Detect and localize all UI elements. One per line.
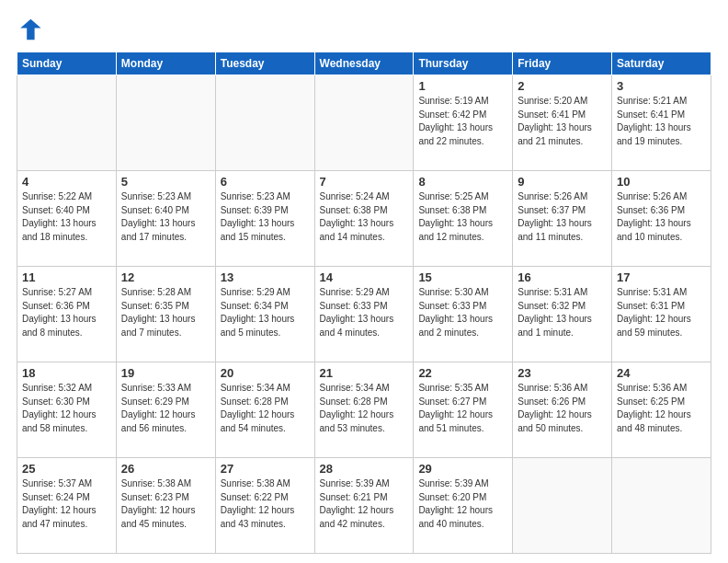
calendar: SundayMondayTuesdayWednesdayThursdayFrid… (17, 52, 711, 554)
calendar-cell: 27Sunrise: 5:38 AM Sunset: 6:22 PM Dayli… (215, 458, 314, 554)
calendar-cell (215, 75, 314, 171)
calendar-header-friday: Friday (513, 52, 612, 75)
calendar-cell: 1Sunrise: 5:19 AM Sunset: 6:42 PM Daylig… (414, 75, 513, 171)
calendar-header-row: SundayMondayTuesdayWednesdayThursdayFrid… (17, 52, 711, 75)
day-number: 20 (221, 366, 310, 380)
day-info: Sunrise: 5:39 AM Sunset: 6:21 PM Dayligh… (320, 477, 409, 531)
calendar-cell (116, 75, 215, 171)
calendar-cell: 23Sunrise: 5:36 AM Sunset: 6:26 PM Dayli… (513, 362, 612, 458)
calendar-cell: 6Sunrise: 5:23 AM Sunset: 6:39 PM Daylig… (215, 171, 314, 267)
day-number: 15 (418, 270, 507, 284)
day-number: 27 (221, 462, 310, 476)
day-info: Sunrise: 5:20 AM Sunset: 6:41 PM Dayligh… (518, 95, 607, 148)
logo (17, 17, 46, 42)
day-number: 19 (121, 366, 210, 380)
day-info: Sunrise: 5:35 AM Sunset: 6:27 PM Dayligh… (418, 382, 507, 435)
day-number: 22 (418, 366, 507, 380)
day-info: Sunrise: 5:38 AM Sunset: 6:22 PM Dayligh… (221, 477, 310, 531)
calendar-cell: 15Sunrise: 5:30 AM Sunset: 6:33 PM Dayli… (414, 267, 513, 362)
day-info: Sunrise: 5:32 AM Sunset: 6:30 PM Dayligh… (22, 382, 111, 435)
calendar-cell: 7Sunrise: 5:24 AM Sunset: 6:38 PM Daylig… (314, 171, 414, 267)
calendar-cell (612, 458, 711, 554)
calendar-cell: 3Sunrise: 5:21 AM Sunset: 6:41 PM Daylig… (612, 75, 711, 171)
calendar-cell: 26Sunrise: 5:38 AM Sunset: 6:23 PM Dayli… (116, 458, 215, 554)
day-info: Sunrise: 5:34 AM Sunset: 6:28 PM Dayligh… (320, 382, 409, 435)
calendar-cell: 16Sunrise: 5:31 AM Sunset: 6:32 PM Dayli… (513, 267, 612, 362)
day-number: 3 (617, 79, 706, 93)
day-info: Sunrise: 5:21 AM Sunset: 6:41 PM Dayligh… (617, 95, 706, 148)
calendar-cell: 18Sunrise: 5:32 AM Sunset: 6:30 PM Dayli… (17, 362, 117, 458)
day-info: Sunrise: 5:36 AM Sunset: 6:25 PM Dayligh… (617, 382, 706, 435)
calendar-cell: 5Sunrise: 5:23 AM Sunset: 6:40 PM Daylig… (116, 171, 215, 267)
day-number: 14 (320, 270, 409, 284)
calendar-week-4: 18Sunrise: 5:32 AM Sunset: 6:30 PM Dayli… (17, 362, 711, 458)
day-number: 17 (617, 270, 706, 284)
calendar-week-5: 25Sunrise: 5:37 AM Sunset: 6:24 PM Dayli… (17, 458, 711, 554)
calendar-cell (513, 458, 612, 554)
svg-marker-0 (20, 19, 40, 40)
day-number: 16 (518, 270, 607, 284)
calendar-cell: 9Sunrise: 5:26 AM Sunset: 6:37 PM Daylig… (513, 171, 612, 267)
calendar-cell: 28Sunrise: 5:39 AM Sunset: 6:21 PM Dayli… (314, 458, 414, 554)
day-number: 6 (221, 175, 310, 189)
day-info: Sunrise: 5:25 AM Sunset: 6:38 PM Dayligh… (418, 190, 507, 244)
calendar-week-2: 4Sunrise: 5:22 AM Sunset: 6:40 PM Daylig… (17, 171, 711, 267)
calendar-header-monday: Monday (116, 52, 215, 75)
day-number: 8 (418, 175, 507, 189)
calendar-cell: 22Sunrise: 5:35 AM Sunset: 6:27 PM Dayli… (414, 362, 513, 458)
day-number: 26 (121, 462, 210, 476)
day-info: Sunrise: 5:24 AM Sunset: 6:38 PM Dayligh… (320, 190, 409, 244)
day-info: Sunrise: 5:39 AM Sunset: 6:20 PM Dayligh… (418, 477, 507, 531)
calendar-cell: 20Sunrise: 5:34 AM Sunset: 6:28 PM Dayli… (215, 362, 314, 458)
calendar-cell: 29Sunrise: 5:39 AM Sunset: 6:20 PM Dayli… (414, 458, 513, 554)
day-info: Sunrise: 5:29 AM Sunset: 6:33 PM Dayligh… (320, 286, 409, 339)
calendar-cell: 17Sunrise: 5:31 AM Sunset: 6:31 PM Dayli… (612, 267, 711, 362)
calendar-cell: 4Sunrise: 5:22 AM Sunset: 6:40 PM Daylig… (17, 171, 117, 267)
day-info: Sunrise: 5:31 AM Sunset: 6:31 PM Dayligh… (617, 286, 706, 339)
day-number: 4 (22, 175, 111, 189)
day-number: 5 (121, 175, 210, 189)
calendar-cell: 10Sunrise: 5:26 AM Sunset: 6:36 PM Dayli… (612, 171, 711, 267)
day-number: 11 (22, 270, 111, 284)
calendar-cell: 11Sunrise: 5:27 AM Sunset: 6:36 PM Dayli… (17, 267, 117, 362)
calendar-header-tuesday: Tuesday (215, 52, 314, 75)
calendar-cell: 2Sunrise: 5:20 AM Sunset: 6:41 PM Daylig… (513, 75, 612, 171)
day-info: Sunrise: 5:19 AM Sunset: 6:42 PM Dayligh… (418, 95, 507, 148)
calendar-week-1: 1Sunrise: 5:19 AM Sunset: 6:42 PM Daylig… (17, 75, 711, 171)
day-number: 28 (320, 462, 409, 476)
page: SundayMondayTuesdayWednesdayThursdayFrid… (0, 0, 728, 563)
day-info: Sunrise: 5:22 AM Sunset: 6:40 PM Dayligh… (22, 190, 111, 244)
calendar-cell: 24Sunrise: 5:36 AM Sunset: 6:25 PM Dayli… (612, 362, 711, 458)
day-info: Sunrise: 5:33 AM Sunset: 6:29 PM Dayligh… (121, 382, 210, 435)
day-info: Sunrise: 5:23 AM Sunset: 6:39 PM Dayligh… (221, 190, 310, 244)
day-info: Sunrise: 5:29 AM Sunset: 6:34 PM Dayligh… (221, 286, 310, 339)
calendar-cell (314, 75, 414, 171)
day-number: 12 (121, 270, 210, 284)
day-info: Sunrise: 5:37 AM Sunset: 6:24 PM Dayligh… (22, 477, 111, 531)
day-info: Sunrise: 5:27 AM Sunset: 6:36 PM Dayligh… (22, 286, 111, 339)
calendar-cell: 14Sunrise: 5:29 AM Sunset: 6:33 PM Dayli… (314, 267, 414, 362)
day-info: Sunrise: 5:38 AM Sunset: 6:23 PM Dayligh… (121, 477, 210, 531)
day-info: Sunrise: 5:26 AM Sunset: 6:37 PM Dayligh… (518, 190, 607, 244)
calendar-week-3: 11Sunrise: 5:27 AM Sunset: 6:36 PM Dayli… (17, 267, 711, 362)
day-number: 1 (418, 79, 507, 93)
calendar-header-sunday: Sunday (17, 52, 117, 75)
day-info: Sunrise: 5:36 AM Sunset: 6:26 PM Dayligh… (518, 382, 607, 435)
day-info: Sunrise: 5:23 AM Sunset: 6:40 PM Dayligh… (121, 190, 210, 244)
calendar-cell: 25Sunrise: 5:37 AM Sunset: 6:24 PM Dayli… (17, 458, 117, 554)
calendar-cell: 12Sunrise: 5:28 AM Sunset: 6:35 PM Dayli… (116, 267, 215, 362)
calendar-header-saturday: Saturday (612, 52, 711, 75)
calendar-cell (17, 75, 117, 171)
calendar-header-thursday: Thursday (414, 52, 513, 75)
day-info: Sunrise: 5:28 AM Sunset: 6:35 PM Dayligh… (121, 286, 210, 339)
calendar-cell: 13Sunrise: 5:29 AM Sunset: 6:34 PM Dayli… (215, 267, 314, 362)
day-number: 13 (221, 270, 310, 284)
day-info: Sunrise: 5:26 AM Sunset: 6:36 PM Dayligh… (617, 190, 706, 244)
day-number: 29 (418, 462, 507, 476)
day-number: 21 (320, 366, 409, 380)
calendar-cell: 8Sunrise: 5:25 AM Sunset: 6:38 PM Daylig… (414, 171, 513, 267)
day-number: 25 (22, 462, 111, 476)
header (17, 17, 711, 42)
day-info: Sunrise: 5:30 AM Sunset: 6:33 PM Dayligh… (418, 286, 507, 339)
day-number: 2 (518, 79, 607, 93)
